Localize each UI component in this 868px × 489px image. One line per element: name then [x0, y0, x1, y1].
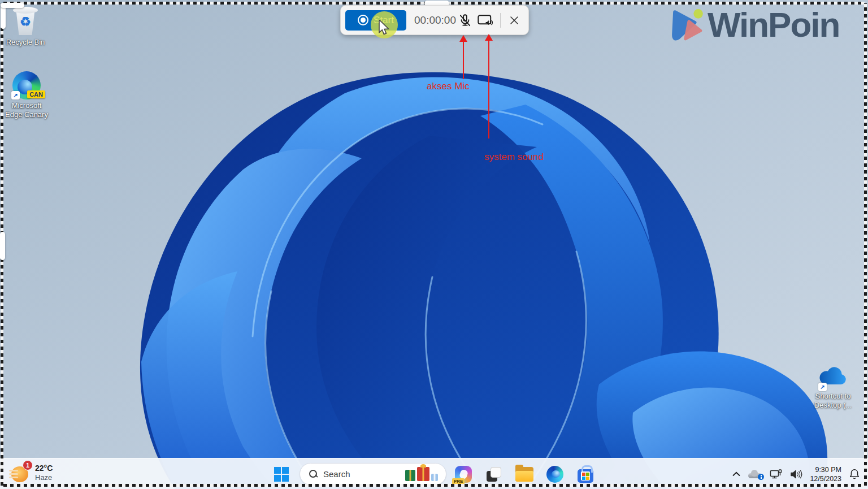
weather-widget[interactable]: 1 22°C Haze: [6, 462, 57, 483]
clock-date: 12/5/2023: [810, 474, 841, 483]
tray-onedrive[interactable]: [744, 463, 766, 486]
search-highlight-gifts-icon: [405, 465, 438, 481]
file-explorer-icon: [515, 467, 533, 482]
shortcut-arrow-icon: ↗: [818, 383, 827, 391]
desktop-icon-label: Recycle Bin: [6, 38, 45, 47]
microphone-muted-icon: [458, 13, 472, 28]
annotation-label-mic: akses Mic: [427, 81, 470, 92]
shortcut-arrow-icon: ↗: [11, 91, 20, 99]
taskbar-item-file-explorer[interactable]: [513, 463, 536, 486]
recording-timer: 00:00:00: [414, 14, 453, 27]
annotation-arrow-mic: [463, 41, 464, 79]
system-sound-icon: [477, 13, 494, 28]
bell-icon: [849, 468, 860, 480]
canary-badge: CAN: [27, 90, 45, 98]
edge-icon: [546, 466, 563, 483]
region-left-handle[interactable]: [0, 232, 5, 260]
weather-condition: Haze: [35, 473, 53, 482]
search-box[interactable]: Search: [300, 463, 446, 485]
wallpaper-bloom: [0, 0, 868, 489]
search-icon: [309, 470, 318, 478]
annotation-label-sound: system sound: [484, 152, 544, 163]
network-display-icon: [770, 469, 782, 480]
taskbar-item-microsoft-store[interactable]: [574, 463, 597, 486]
toolbar-divider: [500, 13, 501, 28]
recording-region-border-bottom: [3, 484, 865, 487]
start-menu-button[interactable]: [272, 465, 290, 483]
system-sound-button[interactable]: [476, 11, 494, 30]
info-badge-icon: [758, 474, 764, 480]
desktop-icon-edge-canary[interactable]: ↗ CAN Microsoft Edge Canary: [2, 71, 51, 120]
edge-canary-icon: ↗ CAN: [12, 71, 41, 99]
mouse-cursor-icon: [378, 20, 392, 36]
recording-region-border-right: [864, 3, 867, 486]
record-icon: [358, 15, 368, 25]
recorder-toolbar: Start 00:00:00: [340, 5, 529, 35]
desktop: WinPoin ♻ Recycle Bin ↗ CAN Microsoft Ed…: [0, 0, 868, 489]
desktop-icon-onedrive-shortcut[interactable]: ↗ Shortcut to Desktop (...: [808, 365, 858, 410]
desktop-icon-label: Shortcut to Desktop (...: [808, 392, 858, 410]
tray-clock[interactable]: 9:30 PM 12/5/2023: [806, 465, 845, 483]
close-button[interactable]: [506, 11, 522, 30]
annotation-arrowhead-sound: [485, 34, 493, 41]
notification-count-badge: 1: [23, 460, 33, 470]
recycle-bin-icon: ♻: [13, 5, 38, 36]
windows-logo-icon: [274, 467, 289, 482]
close-icon: [509, 15, 520, 26]
region-corner-handle[interactable]: [1, 3, 24, 8]
clock-time: 9:30 PM: [810, 465, 841, 474]
microphone-muted-button[interactable]: [457, 11, 473, 30]
desktop-icon-recycle-bin[interactable]: ♻ Recycle Bin: [3, 5, 47, 47]
recycle-symbol-icon: ♻: [13, 15, 38, 29]
onedrive-cloud-icon: ↗: [817, 365, 849, 390]
tray-volume[interactable]: [786, 463, 806, 486]
winpoin-logo: WinPoin: [670, 2, 868, 47]
onedrive-status-icon: [748, 470, 762, 478]
winpoin-logo-icon: [670, 7, 705, 43]
taskbar-app-icons: PRE: [452, 463, 597, 486]
winpoin-logo-text: WinPoin: [708, 7, 839, 42]
tray-network[interactable]: [766, 463, 786, 486]
search-placeholder: Search: [323, 469, 350, 479]
annotation-arrowhead-mic: [459, 35, 467, 42]
speaker-icon: [790, 469, 802, 479]
tray-hidden-icons-chevron[interactable]: [728, 463, 744, 486]
taskbar-item-task-view[interactable]: [483, 463, 505, 486]
taskbar-item-edge[interactable]: [544, 463, 566, 486]
annotation-arrow-sound: [488, 40, 489, 139]
chevron-up-icon: [732, 471, 740, 477]
weather-temperature: 22°C: [35, 464, 53, 473]
taskbar-item-copilot[interactable]: PRE: [452, 463, 475, 486]
weather-haze-icon: 1: [10, 463, 31, 482]
desktop-icon-label: Microsoft Edge Canary: [2, 101, 51, 120]
microsoft-store-icon: [578, 469, 593, 483]
